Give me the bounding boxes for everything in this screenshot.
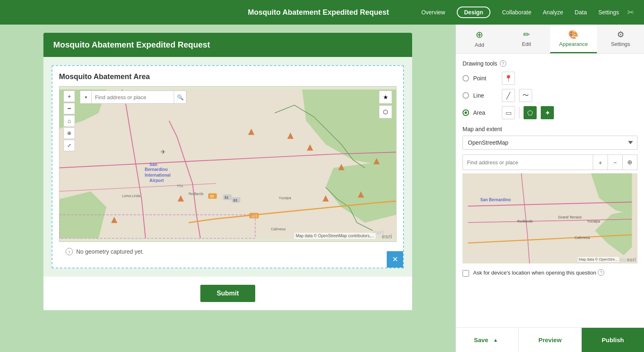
save-button[interactable]: Save ▲: [456, 328, 519, 352]
area-freehand-tool[interactable]: ✦: [541, 106, 554, 119]
question-label: Mosquito Abatement Area: [59, 73, 397, 81]
settings-icon: ⚙: [617, 30, 624, 39]
device-location-row: Ask for device's location when opening t…: [463, 269, 637, 277]
preview-button[interactable]: Preview: [519, 328, 581, 352]
svg-text:Calimesa: Calimesa: [575, 236, 590, 240]
device-location-checkbox[interactable]: [463, 270, 469, 277]
svg-text:81: 81: [224, 195, 229, 200]
app-title: Mosquito Abatement Expedited Request: [215, 8, 421, 17]
svg-text:Loma Linda: Loma Linda: [122, 194, 141, 198]
add-icon: ⊕: [476, 30, 483, 40]
point-pin-tool[interactable]: 📍: [502, 72, 515, 85]
question-block: 1 Mosquito Abatement Area: [52, 65, 404, 268]
tab-add[interactable]: ⊕ Add: [456, 25, 503, 53]
map-extent-label: Map and extent: [463, 126, 637, 132]
edit-icon: ✏: [523, 30, 530, 39]
svg-text:Bernardino: Bernardino: [145, 167, 168, 172]
line-polyline-tool[interactable]: ╱: [502, 89, 515, 102]
map-extent-section: Map and extent OpenStreetMap Satellite T…: [463, 126, 637, 277]
map-toolbar-left: + − ⌂ ⊕ ⤢: [63, 91, 75, 151]
line-freehand-tool[interactable]: 〜: [519, 89, 532, 102]
tab-edit[interactable]: ✏ Edit: [503, 25, 550, 53]
svg-text:Yucaipa: Yucaipa: [279, 196, 291, 200]
nav-collaborate[interactable]: Collaborate: [502, 9, 531, 16]
svg-text:Redlands: Redlands: [517, 219, 533, 223]
address-zoom-in[interactable]: +: [593, 155, 608, 170]
mini-map-svg: San Bernardino Redlands Grand Terrace Yu…: [463, 173, 637, 263]
address-zoom-out[interactable]: −: [608, 155, 622, 170]
nav-links: Overview Design Collaborate Analyze Data…: [421, 7, 619, 18]
point-label: Point: [473, 75, 498, 82]
home-button[interactable]: ⌂: [63, 115, 75, 127]
device-location-help[interactable]: ?: [598, 269, 604, 276]
svg-text:Yucaipa: Yucaipa: [587, 219, 600, 223]
zoom-out-button[interactable]: −: [63, 103, 75, 114]
tab-add-label: Add: [475, 42, 484, 48]
save-dropdown-arrow[interactable]: ▲: [491, 336, 501, 345]
form-card-body: 1 Mosquito Abatement Area: [43, 57, 412, 277]
tab-appearance[interactable]: 🎨 Appearance: [550, 25, 597, 53]
nav-analyze[interactable]: Analyze: [543, 9, 563, 16]
nav-data[interactable]: Data: [575, 9, 587, 16]
line-radio[interactable]: [463, 92, 469, 99]
fullscreen-button[interactable]: ⤢: [63, 140, 75, 151]
close-button[interactable]: ✕: [387, 251, 403, 268]
mini-map[interactable]: San Bernardino Redlands Grand Terrace Yu…: [463, 173, 637, 263]
address-search-input[interactable]: [463, 156, 593, 169]
right-panel: ⊕ Add ✏ Edit 🎨 Appearance ⚙ Settings Dra…: [456, 25, 644, 352]
address-search-row: + − ⊕: [463, 154, 637, 170]
line-label: Line: [473, 92, 498, 99]
draw-polygon-button[interactable]: ⬡: [379, 105, 392, 118]
svg-text:✈: ✈: [161, 148, 166, 155]
draw-star-button[interactable]: ★: [379, 91, 392, 104]
svg-text:80: 80: [210, 194, 214, 198]
tool-divider: [519, 107, 519, 118]
device-location-label: Ask for device's location when opening t…: [473, 269, 604, 276]
line-row: Line ╱ 〜: [463, 89, 637, 102]
mini-esri-logo: esri: [627, 257, 636, 263]
drawing-tools-title: Drawing tools ?: [463, 60, 637, 67]
area-rect-tool[interactable]: ▭: [502, 106, 515, 119]
zoom-in-button[interactable]: +: [63, 91, 75, 102]
svg-text:Redlands: Redlands: [188, 192, 203, 196]
submit-button[interactable]: Submit: [200, 285, 255, 302]
svg-text:77A: 77A: [177, 184, 184, 188]
content-area: Mosquito Abatement Expedited Request 1 M…: [0, 25, 456, 352]
appearance-icon: 🎨: [568, 30, 578, 39]
address-locate[interactable]: ⊕: [622, 155, 637, 170]
submit-row: Submit: [43, 277, 412, 310]
nav-design[interactable]: Design: [457, 7, 491, 18]
main-layout: Mosquito Abatement Expedited Request 1 M…: [0, 25, 644, 352]
svg-text:110: 110: [251, 214, 257, 218]
point-radio[interactable]: [463, 75, 469, 82]
panel-body: Drawing tools ? Point 📍 Line ╱ 〜 Area ▭: [456, 54, 644, 327]
map-search-bar: ▾ 🔍: [80, 91, 186, 104]
svg-text:San Bernardino: San Bernardino: [481, 198, 511, 202]
svg-text:Grand Terrace: Grand Terrace: [558, 215, 582, 219]
nav-settings[interactable]: Settings: [598, 9, 619, 16]
publish-button[interactable]: Publish: [582, 328, 644, 352]
area-row: Area ▭ ⬠ ✦: [463, 106, 637, 119]
tab-settings[interactable]: ⚙ Settings: [597, 25, 644, 53]
map-search-input[interactable]: [92, 92, 174, 102]
location-button[interactable]: ⊕: [63, 127, 75, 139]
tab-appearance-label: Appearance: [559, 41, 588, 47]
panel-tabs: ⊕ Add ✏ Edit 🎨 Appearance ⚙ Settings: [456, 25, 644, 54]
form-card: Mosquito Abatement Expedited Request 1 M…: [43, 33, 412, 310]
map-search-submit[interactable]: 🔍: [174, 91, 186, 103]
map-select[interactable]: OpenStreetMap Satellite Topographic Dark…: [463, 136, 637, 150]
area-radio[interactable]: [463, 109, 469, 116]
no-geometry-text: No geometry captured yet.: [76, 248, 144, 255]
nav-overview[interactable]: Overview: [421, 9, 445, 16]
tab-settings-label: Settings: [611, 41, 630, 47]
area-label: Area: [473, 109, 498, 116]
esri-logo: esri: [382, 233, 392, 240]
area-polygon-tool[interactable]: ⬠: [524, 106, 537, 119]
map-search-dropdown[interactable]: ▾: [80, 91, 92, 103]
panel-footer: Save ▲ Preview Publish: [456, 327, 644, 352]
form-card-header: Mosquito Abatement Expedited Request: [43, 33, 412, 57]
map-container[interactable]: 110 80 81 83: [59, 86, 397, 242]
drawing-tools-help[interactable]: ?: [500, 60, 506, 67]
scissors-icon: ✂: [627, 7, 634, 17]
svg-text:International: International: [145, 173, 170, 177]
